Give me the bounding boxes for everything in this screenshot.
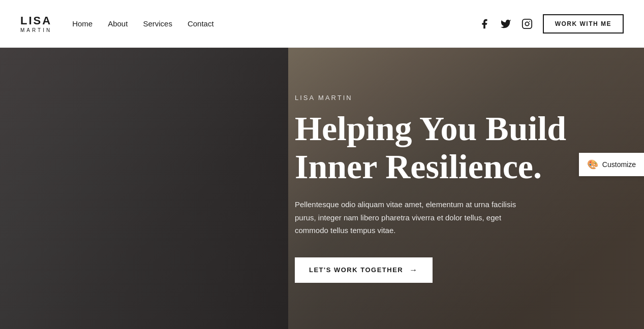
logo[interactable]: LISA MARTIN xyxy=(20,14,52,33)
social-icons xyxy=(479,18,533,29)
customize-icon: 🎨 xyxy=(587,159,598,170)
hero-title-line2: Inner Resilience. xyxy=(295,147,542,186)
hero-section: LISA MARTIN Helping You Build Inner Resi… xyxy=(0,48,644,329)
svg-point-1 xyxy=(525,22,529,25)
hero-content: LISA MARTIN Helping You Build Inner Resi… xyxy=(0,48,644,329)
nav-links: Home About Services Contact xyxy=(72,19,213,28)
facebook-icon[interactable] xyxy=(479,18,490,29)
navbar: LISA MARTIN Home About Services Contact xyxy=(0,0,644,48)
hero-title-line1: Helping You Build xyxy=(295,109,566,148)
nav-about[interactable]: About xyxy=(108,19,128,28)
twitter-icon[interactable] xyxy=(500,18,511,29)
customize-button[interactable]: 🎨 Customize xyxy=(579,153,644,176)
logo-name: LISA xyxy=(20,14,52,27)
instagram-icon[interactable] xyxy=(522,18,533,29)
customize-label: Customize xyxy=(602,160,636,169)
work-with-me-button[interactable]: WORK WITH ME xyxy=(543,14,624,34)
cta-arrow: → xyxy=(409,266,418,275)
svg-point-2 xyxy=(529,21,530,22)
hero-description: Pellentesque odio aliquam vitae amet, el… xyxy=(295,198,518,237)
hero-label: LISA MARTIN xyxy=(295,94,624,102)
cta-label: LET'S WORK TOGETHER xyxy=(309,266,403,274)
logo-sub: MARTIN xyxy=(20,27,52,33)
nav-right: WORK WITH ME xyxy=(479,14,624,34)
hero-title: Helping You Build Inner Resilience. xyxy=(295,110,624,186)
cta-button[interactable]: LET'S WORK TOGETHER → xyxy=(295,257,433,283)
nav-home[interactable]: Home xyxy=(72,19,93,28)
nav-contact[interactable]: Contact xyxy=(188,19,214,28)
nav-services[interactable]: Services xyxy=(143,19,172,28)
svg-rect-0 xyxy=(523,19,532,28)
